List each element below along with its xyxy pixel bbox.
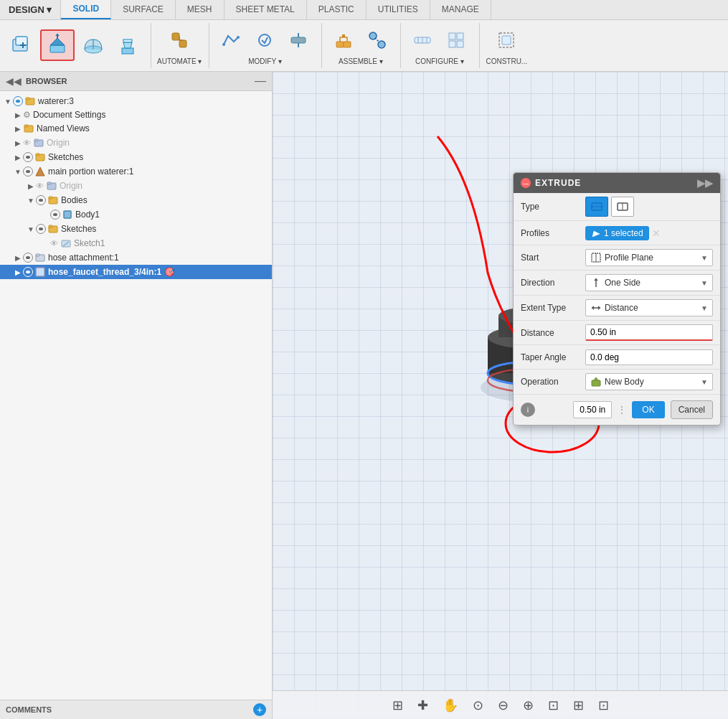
eye-hose-attach[interactable]: [23, 253, 33, 263]
construct-btn1[interactable]: [491, 26, 522, 55]
tab-utilities[interactable]: UTILITIES: [367, 0, 430, 19]
vp-display-btn[interactable]: ⊞: [570, 695, 587, 716]
tab-manage[interactable]: MANAGE: [430, 0, 491, 19]
tree-item-sketch1[interactable]: 👁 Sketch1: [0, 236, 272, 250]
eye-hose-thread[interactable]: [23, 267, 33, 277]
tree-label-body1: Body1: [75, 210, 100, 220]
tab-bar: DESIGN ▾ SOLID SURFACE MESH SHEET METAL …: [0, 0, 728, 20]
info-btn[interactable]: i: [521, 403, 535, 417]
eye-main-portion[interactable]: [23, 166, 33, 177]
operation-dropdown[interactable]: New Body ▼: [585, 373, 713, 390]
tree-item-sketches2[interactable]: ▼ Sketches: [0, 222, 272, 236]
viewport[interactable]: — EXTRUDE ▶▶ Type: [273, 72, 728, 719]
toggle-main-portion[interactable]: ▼: [13, 166, 23, 177]
tree-item-body1[interactable]: Body1: [0, 207, 272, 222]
eye-root[interactable]: [13, 96, 23, 106]
vp-home-btn[interactable]: ⊞: [389, 695, 406, 716]
toggle-doc-settings[interactable]: ▶: [13, 110, 23, 120]
tree-item-main-portion[interactable]: ▼ main portion waterer:1: [0, 164, 272, 179]
extrude-menu-btn[interactable]: ▶▶: [697, 177, 713, 189]
eye-slash-origin2[interactable]: 👁: [36, 182, 44, 190]
toggle-sketches-top[interactable]: ▶: [13, 152, 23, 162]
eye-slash-origin[interactable]: 👁: [23, 138, 31, 147]
toggle-hose-thread[interactable]: ▶: [13, 267, 23, 277]
configure-icon2: [445, 29, 468, 52]
start-dropdown-arrow: ▼: [701, 254, 708, 262]
eye-body1[interactable]: [50, 210, 60, 220]
tree-item-hose-thread[interactable]: ▶ hose_faucet_thread_3/4in:1 🎯: [0, 265, 272, 279]
vp-grid-btn[interactable]: ⊡: [595, 695, 612, 716]
loft-btn[interactable]: [112, 31, 143, 60]
cancel-button[interactable]: Cancel: [671, 400, 713, 419]
tree-item-origin[interactable]: ▶ 👁 Origin: [0, 136, 272, 150]
tab-surface[interactable]: SURFACE: [111, 0, 176, 19]
toggle-root[interactable]: ▼: [3, 96, 13, 106]
eye-bodies[interactable]: [36, 195, 46, 205]
tree-item-hose-attach[interactable]: ▶ hose attachment:1: [0, 250, 272, 265]
footer-menu-btn[interactable]: ⋮: [618, 405, 626, 415]
direction-dropdown[interactable]: One Side ▼: [585, 274, 713, 291]
configure-btn2[interactable]: [440, 26, 472, 55]
design-button[interactable]: DESIGN ▾: [0, 0, 61, 19]
extent-dropdown[interactable]: Distance ▼: [585, 299, 713, 316]
revolve-btn[interactable]: [77, 31, 109, 60]
configure-label[interactable]: CONFIGURE ▾: [415, 57, 464, 65]
eye-sketches2[interactable]: [36, 224, 46, 234]
automate-label[interactable]: AUTOMATE ▾: [157, 57, 202, 65]
extrude-start-row: Start Profile Plane ▼: [514, 245, 720, 271]
tree-item-named-views[interactable]: ▶ Named Views: [0, 121, 272, 136]
svg-rect-47: [49, 197, 52, 199]
tree-item-sketches-top[interactable]: ▶ Sketches: [0, 150, 272, 164]
taper-input[interactable]: [585, 349, 713, 365]
distance-input[interactable]: [585, 324, 713, 341]
svg-marker-7: [55, 34, 60, 36]
eye-slash-sketch1[interactable]: 👁: [50, 239, 58, 248]
tab-mesh[interactable]: MESH: [176, 0, 224, 19]
modify-btn3[interactable]: [283, 26, 314, 55]
toggle-bodies[interactable]: ▼: [26, 195, 36, 205]
type-solid-btn[interactable]: [585, 197, 608, 217]
assemble-btn1[interactable]: [328, 26, 359, 55]
toggle-hose-attach[interactable]: ▶: [13, 253, 23, 263]
taper-control: [585, 349, 713, 365]
toggle-sketches2[interactable]: ▼: [26, 224, 36, 234]
vp-snap-btn[interactable]: ✚: [415, 695, 431, 716]
browser-collapse-btn[interactable]: ◀◀: [6, 75, 22, 87]
profiles-selected-badge[interactable]: 1 selected: [585, 226, 649, 240]
footer-distance: 0.50 in: [573, 401, 612, 418]
extrude-btn[interactable]: [40, 29, 75, 61]
toggle-origin2[interactable]: ▶: [26, 181, 36, 191]
profiles-clear-btn[interactable]: ✕: [652, 227, 661, 239]
new-component-btn[interactable]: [6, 31, 37, 60]
svg-marker-77: [592, 306, 594, 310]
ok-button[interactable]: OK: [632, 401, 664, 418]
tree-item-root[interactable]: ▼ waterer:3: [0, 94, 272, 108]
assemble-btn2[interactable]: [361, 26, 393, 55]
vp-zoom-in-btn[interactable]: ⊕: [520, 695, 536, 716]
vp-pan-btn[interactable]: ✋: [440, 695, 461, 716]
tree-item-origin2[interactable]: ▶ 👁 Origin: [0, 179, 272, 193]
automate-btn1[interactable]: [164, 26, 195, 55]
configure-btn1[interactable]: [407, 26, 438, 55]
modify-btn2[interactable]: [249, 26, 280, 55]
start-dropdown[interactable]: Profile Plane ▼: [585, 249, 713, 266]
vp-orbit-btn[interactable]: ⊙: [470, 695, 486, 716]
browser-close-btn[interactable]: —: [255, 75, 266, 88]
body1-icon: [62, 209, 73, 220]
tree-item-bodies[interactable]: ▼ Bodies: [0, 193, 272, 207]
tab-sheet-metal[interactable]: SHEET METAL: [224, 0, 307, 19]
toggle-named-views[interactable]: ▶: [13, 123, 23, 133]
type-surface-btn[interactable]: [611, 197, 634, 217]
vp-fit-btn[interactable]: ⊡: [545, 695, 562, 716]
tab-plastic[interactable]: PLASTIC: [307, 0, 367, 19]
configure-tool-group: CONFIGURE ▾: [407, 23, 480, 68]
add-comment-btn[interactable]: +: [253, 703, 266, 716]
assemble-label[interactable]: ASSEMBLE ▾: [339, 57, 383, 65]
tab-solid[interactable]: SOLID: [61, 0, 111, 19]
modify-btn1[interactable]: [215, 26, 247, 55]
vp-zoom-out-btn[interactable]: ⊖: [495, 695, 511, 716]
modify-label[interactable]: MODIFY ▾: [248, 57, 281, 65]
eye-sketches-top[interactable]: [23, 152, 33, 162]
tree-item-doc-settings[interactable]: ▶ ⚙ Document Settings: [0, 108, 272, 121]
toggle-origin[interactable]: ▶: [13, 138, 23, 148]
